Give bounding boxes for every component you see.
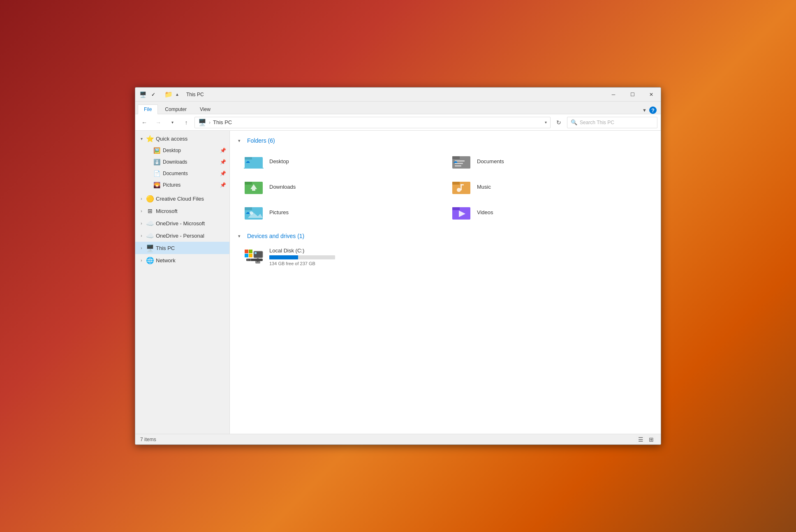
svg-rect-22	[452, 207, 460, 210]
downloads-folder-name: Downloads	[269, 184, 296, 190]
view-buttons: ☰ ⊞	[636, 435, 656, 444]
check-icon: ✓	[149, 90, 157, 99]
documents-folder-name: Documents	[477, 158, 504, 164]
drive-c-name: Local Disk (C:)	[269, 247, 335, 254]
title-bar-left: 🖥️ ✓ 📁 ▲ This PC	[135, 88, 604, 101]
svg-point-14	[457, 188, 461, 192]
help-icon[interactable]: ?	[649, 106, 657, 114]
drives-container: Local Disk (C:) 134 GB free of 237 GB	[238, 244, 653, 269]
pin-icon-documents: 📌	[220, 171, 226, 176]
sidebar-label-network: Network	[156, 257, 226, 264]
folder-item-music[interactable]: Music	[446, 174, 653, 199]
drive-item-c[interactable]: Local Disk (C:) 134 GB free of 237 GB	[238, 244, 353, 269]
creative-cloud-expand-icon: ›	[139, 197, 144, 201]
sidebar-label-microsoft: Microsoft	[156, 208, 226, 214]
items-count: 7 items	[140, 437, 156, 442]
sidebar-label-creative-cloud: Creative Cloud Files	[156, 196, 226, 202]
ribbon-tabs: File Computer View ▼ ?	[135, 102, 661, 114]
forward-button[interactable]: →	[153, 117, 164, 128]
main-content: ▾ ⭐ Quick access 🖼️ Desktop 📌 ⬇️ Downloa…	[135, 131, 661, 434]
music-folder-icon	[451, 178, 472, 196]
ribbon-expand-icon[interactable]: ▼	[642, 108, 647, 113]
svg-rect-26	[245, 254, 248, 257]
creative-cloud-icon: 🟡	[146, 195, 154, 203]
this-pc-icon: 🖥️	[146, 244, 154, 252]
folders-section-title: Folders (6)	[247, 137, 275, 144]
videos-folder-icon	[451, 203, 472, 221]
cloud-icon-desktop: ☁	[245, 159, 250, 164]
window-app-icon: 🖥️	[139, 90, 147, 99]
status-bar: 7 items ☰ ⊞	[135, 434, 661, 444]
sidebar-item-quick-access[interactable]: ▾ ⭐ Quick access	[135, 132, 229, 145]
minimize-button[interactable]: ─	[604, 88, 623, 101]
drive-c-icon	[243, 248, 264, 266]
microsoft-icon: ⊞	[146, 208, 154, 214]
folders-collapse-button[interactable]: ▾	[238, 138, 244, 143]
sidebar-label-quick-access: Quick access	[156, 136, 226, 142]
quick-access-expand-icon: ▾	[139, 136, 144, 141]
explorer-window: 🖥️ ✓ 📁 ▲ This PC ─ ☐ ✕ File Computer Vie…	[135, 87, 661, 445]
sidebar-item-creative-cloud[interactable]: › 🟡 Creative Cloud Files	[135, 192, 229, 205]
this-pc-expand-icon: ›	[139, 246, 144, 250]
drives-collapse-button[interactable]: ▾	[238, 234, 244, 239]
sidebar-item-network[interactable]: › 🌐 Network	[135, 254, 229, 266]
svg-rect-27	[249, 254, 252, 257]
tab-view[interactable]: View	[194, 104, 217, 114]
path-separator: ›	[209, 120, 211, 125]
search-placeholder: Search This PC	[580, 120, 614, 125]
sidebar-item-downloads[interactable]: ⬇️ Downloads 📌	[135, 156, 229, 168]
svg-rect-16	[460, 184, 464, 185]
svg-rect-34	[250, 259, 251, 261]
pin-icon-downloads: 📌	[220, 159, 226, 165]
music-folder-name: Music	[477, 184, 491, 190]
sidebar-item-onedrive-ms[interactable]: › ☁️ OneDrive - Microsoft	[135, 217, 229, 229]
sidebar-item-microsoft[interactable]: › ⊞ Microsoft	[135, 205, 229, 217]
refresh-button[interactable]: ↻	[553, 117, 565, 128]
svg-rect-11	[252, 189, 255, 191]
folder-item-pictures[interactable]: ☁ Pictures	[238, 200, 445, 224]
svg-rect-24	[245, 250, 248, 253]
path-text: This PC	[213, 119, 232, 125]
cloud-icon-documents: ☁	[453, 159, 458, 164]
quick-access-star-icon: ⭐	[146, 135, 154, 143]
search-box[interactable]: 🔍 Search This PC	[567, 117, 657, 128]
recent-locations-button[interactable]: ▾	[167, 117, 178, 128]
tab-file[interactable]: File	[138, 104, 158, 114]
sidebar-item-desktop[interactable]: 🖼️ Desktop 📌	[135, 145, 229, 156]
sidebar-label-onedrive-personal: OneDrive - Personal	[156, 233, 226, 239]
sidebar-item-pictures[interactable]: 🌄 Pictures 📌	[135, 179, 229, 191]
sidebar-item-this-pc[interactable]: › 🖥️ This PC	[135, 242, 229, 254]
maximize-button[interactable]: ☐	[623, 88, 642, 101]
path-pc-icon: 🖥️	[198, 118, 206, 126]
tab-computer[interactable]: Computer	[159, 104, 193, 114]
svg-rect-9	[245, 182, 252, 185]
sidebar-item-documents[interactable]: 📄 Documents 📌	[135, 168, 229, 179]
grid-view-button[interactable]: ⊞	[647, 435, 656, 444]
microsoft-expand-icon: ›	[139, 209, 144, 213]
sidebar: ▾ ⭐ Quick access 🖼️ Desktop 📌 ⬇️ Downloa…	[135, 131, 230, 434]
close-button[interactable]: ✕	[642, 88, 661, 101]
list-view-button[interactable]: ☰	[636, 435, 645, 444]
sidebar-item-onedrive-personal[interactable]: › ☁️ OneDrive - Personal	[135, 229, 229, 242]
onedrive-personal-expand-icon: ›	[139, 234, 144, 238]
folder-item-videos[interactable]: Videos	[446, 200, 653, 224]
folder-item-desktop[interactable]: ☁ Desktop	[238, 149, 445, 173]
path-expand-icon: ▾	[545, 120, 547, 125]
onedrive-ms-icon: ☁️	[146, 220, 154, 227]
svg-rect-33	[247, 259, 249, 261]
address-path[interactable]: 🖥️ › This PC ▾	[194, 117, 551, 128]
onedrive-ms-expand-icon: ›	[139, 221, 144, 226]
folders-grid: ☁ Desktop ☁	[238, 149, 653, 224]
drive-c-bar-fill	[269, 255, 298, 259]
pin-icon-pictures: 📌	[220, 182, 226, 188]
content-area: ▾ Folders (6) ☁ Desktop	[230, 131, 661, 434]
folder-item-downloads[interactable]: Downloads	[238, 174, 445, 199]
sidebar-label-this-pc: This PC	[156, 245, 226, 251]
downloads-folder-icon	[243, 178, 264, 196]
documents-icon: 📄	[153, 170, 160, 177]
desktop-folder-name: Desktop	[269, 158, 289, 164]
folder-item-documents[interactable]: ☁ Documents	[446, 149, 653, 173]
onedrive-personal-icon: ☁️	[146, 232, 154, 240]
back-button[interactable]: ←	[139, 117, 150, 128]
up-button[interactable]: ↑	[180, 117, 192, 128]
